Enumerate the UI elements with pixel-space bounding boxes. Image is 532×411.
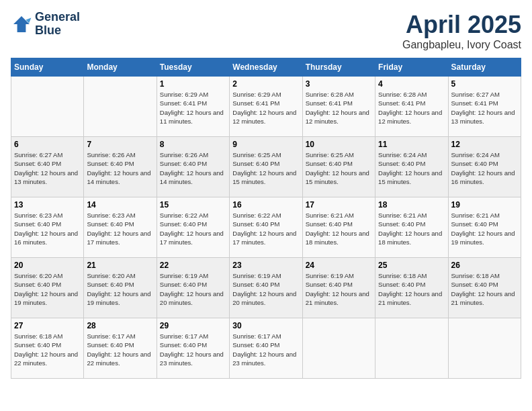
day-info: Sunrise: 6:25 AM Sunset: 6:40 PM Dayligh… — [232, 150, 299, 186]
day-info: Sunrise: 6:20 AM Sunset: 6:40 PM Dayligh… — [14, 271, 81, 307]
day-info: Sunrise: 6:29 AM Sunset: 6:41 PM Dayligh… — [232, 90, 299, 126]
day-info: Sunrise: 6:28 AM Sunset: 6:41 PM Dayligh… — [378, 90, 445, 126]
calendar-cell: 1Sunrise: 6:29 AM Sunset: 6:41 PM Daylig… — [157, 77, 229, 137]
calendar-cell: 10Sunrise: 6:25 AM Sunset: 6:40 PM Dayli… — [302, 137, 375, 197]
calendar-cell: 28Sunrise: 6:17 AM Sunset: 6:40 PM Dayli… — [84, 318, 157, 379]
day-number: 29 — [160, 321, 226, 330]
day-number: 16 — [232, 200, 299, 210]
day-info: Sunrise: 6:20 AM Sunset: 6:40 PM Dayligh… — [87, 271, 153, 307]
day-info: Sunrise: 6:27 AM Sunset: 6:41 PM Dayligh… — [451, 90, 518, 126]
calendar-cell: 29Sunrise: 6:17 AM Sunset: 6:40 PM Dayli… — [157, 318, 229, 379]
day-info: Sunrise: 6:25 AM Sunset: 6:40 PM Dayligh… — [306, 150, 372, 186]
calendar-cell: 20Sunrise: 6:20 AM Sunset: 6:40 PM Dayli… — [11, 258, 84, 318]
calendar-cell: 17Sunrise: 6:21 AM Sunset: 6:40 PM Dayli… — [302, 197, 375, 258]
day-info: Sunrise: 6:24 AM Sunset: 6:40 PM Dayligh… — [378, 150, 445, 186]
day-number: 28 — [87, 321, 153, 330]
day-number: 2 — [232, 79, 299, 89]
day-info: Sunrise: 6:27 AM Sunset: 6:40 PM Dayligh… — [14, 150, 81, 186]
day-info: Sunrise: 6:18 AM Sunset: 6:40 PM Dayligh… — [14, 332, 81, 367]
day-info: Sunrise: 6:19 AM Sunset: 6:40 PM Dayligh… — [306, 271, 372, 307]
calendar-cell: 18Sunrise: 6:21 AM Sunset: 6:40 PM Dayli… — [375, 197, 448, 258]
logo-text: General Blue — [35, 11, 80, 38]
day-number: 8 — [160, 140, 226, 149]
calendar-cell: 21Sunrise: 6:20 AM Sunset: 6:40 PM Dayli… — [84, 258, 157, 318]
calendar-cell: 27Sunrise: 6:18 AM Sunset: 6:40 PM Dayli… — [11, 318, 84, 379]
day-info: Sunrise: 6:17 AM Sunset: 6:40 PM Dayligh… — [160, 332, 226, 367]
calendar-cell: 14Sunrise: 6:23 AM Sunset: 6:40 PM Dayli… — [84, 197, 157, 258]
logo: General Blue — [11, 11, 80, 38]
calendar-week-row: 13Sunrise: 6:23 AM Sunset: 6:40 PM Dayli… — [11, 197, 521, 258]
calendar-cell: 24Sunrise: 6:19 AM Sunset: 6:40 PM Dayli… — [302, 258, 375, 318]
page-header: General Blue April 2025 Gangbapleu, Ivor… — [11, 11, 521, 51]
calendar-cell: 26Sunrise: 6:18 AM Sunset: 6:40 PM Dayli… — [448, 258, 521, 318]
day-number: 18 — [378, 200, 445, 210]
day-number: 12 — [451, 140, 518, 149]
calendar-cell: 7Sunrise: 6:26 AM Sunset: 6:40 PM Daylig… — [84, 137, 157, 197]
weekday-header-row: SundayMondayTuesdayWednesdayThursdayFrid… — [11, 58, 521, 77]
day-number: 5 — [451, 79, 518, 89]
calendar-week-row: 20Sunrise: 6:20 AM Sunset: 6:40 PM Dayli… — [11, 258, 521, 318]
logo-icon — [11, 13, 32, 35]
calendar-cell: 9Sunrise: 6:25 AM Sunset: 6:40 PM Daylig… — [230, 137, 302, 197]
month-title: April 2025 — [402, 11, 521, 39]
calendar-cell: 16Sunrise: 6:22 AM Sunset: 6:40 PM Dayli… — [230, 197, 302, 258]
day-number: 23 — [232, 261, 299, 270]
day-info: Sunrise: 6:21 AM Sunset: 6:40 PM Dayligh… — [378, 211, 445, 246]
day-number: 26 — [451, 261, 518, 270]
calendar-cell: 22Sunrise: 6:19 AM Sunset: 6:40 PM Dayli… — [157, 258, 229, 318]
day-number: 14 — [87, 200, 153, 210]
calendar-cell: 12Sunrise: 6:24 AM Sunset: 6:40 PM Dayli… — [448, 137, 521, 197]
calendar-cell — [302, 318, 375, 379]
day-number: 3 — [306, 79, 372, 89]
day-number: 7 — [87, 140, 153, 149]
day-info: Sunrise: 6:19 AM Sunset: 6:40 PM Dayligh… — [232, 271, 299, 307]
day-info: Sunrise: 6:17 AM Sunset: 6:40 PM Dayligh… — [87, 332, 153, 367]
day-info: Sunrise: 6:22 AM Sunset: 6:40 PM Dayligh… — [232, 211, 299, 246]
calendar-week-row: 1Sunrise: 6:29 AM Sunset: 6:41 PM Daylig… — [11, 77, 521, 137]
day-info: Sunrise: 6:18 AM Sunset: 6:40 PM Dayligh… — [451, 271, 518, 307]
calendar-week-row: 27Sunrise: 6:18 AM Sunset: 6:40 PM Dayli… — [11, 318, 521, 379]
day-number: 13 — [14, 200, 81, 210]
calendar-cell: 3Sunrise: 6:28 AM Sunset: 6:41 PM Daylig… — [302, 77, 375, 137]
calendar-cell: 30Sunrise: 6:17 AM Sunset: 6:40 PM Dayli… — [230, 318, 302, 379]
day-number: 30 — [232, 321, 299, 330]
calendar-cell: 11Sunrise: 6:24 AM Sunset: 6:40 PM Dayli… — [375, 137, 448, 197]
calendar-cell: 25Sunrise: 6:18 AM Sunset: 6:40 PM Dayli… — [375, 258, 448, 318]
calendar-cell: 6Sunrise: 6:27 AM Sunset: 6:40 PM Daylig… — [11, 137, 84, 197]
day-info: Sunrise: 6:26 AM Sunset: 6:40 PM Dayligh… — [87, 150, 153, 186]
weekday-header: Thursday — [302, 58, 375, 77]
calendar-cell: 23Sunrise: 6:19 AM Sunset: 6:40 PM Dayli… — [230, 258, 302, 318]
weekday-header: Friday — [375, 58, 448, 77]
calendar-cell: 8Sunrise: 6:26 AM Sunset: 6:40 PM Daylig… — [157, 137, 229, 197]
day-number: 21 — [87, 261, 153, 270]
day-info: Sunrise: 6:21 AM Sunset: 6:40 PM Dayligh… — [451, 211, 518, 246]
day-number: 17 — [306, 200, 372, 210]
day-info: Sunrise: 6:21 AM Sunset: 6:40 PM Dayligh… — [306, 211, 372, 246]
calendar-cell — [375, 318, 448, 379]
day-number: 20 — [14, 261, 81, 270]
day-info: Sunrise: 6:26 AM Sunset: 6:40 PM Dayligh… — [160, 150, 226, 186]
day-number: 22 — [160, 261, 226, 270]
weekday-header: Wednesday — [230, 58, 302, 77]
calendar-cell — [84, 77, 157, 137]
title-area: April 2025 Gangbapleu, Ivory Coast — [402, 11, 521, 51]
day-info: Sunrise: 6:18 AM Sunset: 6:40 PM Dayligh… — [378, 271, 445, 307]
weekday-header: Saturday — [448, 58, 521, 77]
calendar-cell: 4Sunrise: 6:28 AM Sunset: 6:41 PM Daylig… — [375, 77, 448, 137]
calendar-cell: 5Sunrise: 6:27 AM Sunset: 6:41 PM Daylig… — [448, 77, 521, 137]
day-number: 27 — [14, 321, 81, 330]
calendar-cell — [448, 318, 521, 379]
weekday-header: Tuesday — [157, 58, 229, 77]
day-info: Sunrise: 6:29 AM Sunset: 6:41 PM Dayligh… — [160, 90, 226, 126]
calendar-cell — [11, 77, 84, 137]
weekday-header: Monday — [84, 58, 157, 77]
weekday-header: Sunday — [11, 58, 84, 77]
calendar-cell: 2Sunrise: 6:29 AM Sunset: 6:41 PM Daylig… — [230, 77, 302, 137]
day-number: 4 — [378, 79, 445, 89]
day-number: 11 — [378, 140, 445, 149]
day-number: 19 — [451, 200, 518, 210]
day-info: Sunrise: 6:23 AM Sunset: 6:40 PM Dayligh… — [14, 211, 81, 246]
day-info: Sunrise: 6:24 AM Sunset: 6:40 PM Dayligh… — [451, 150, 518, 186]
svg-marker-0 — [13, 16, 30, 32]
day-number: 9 — [232, 140, 299, 149]
